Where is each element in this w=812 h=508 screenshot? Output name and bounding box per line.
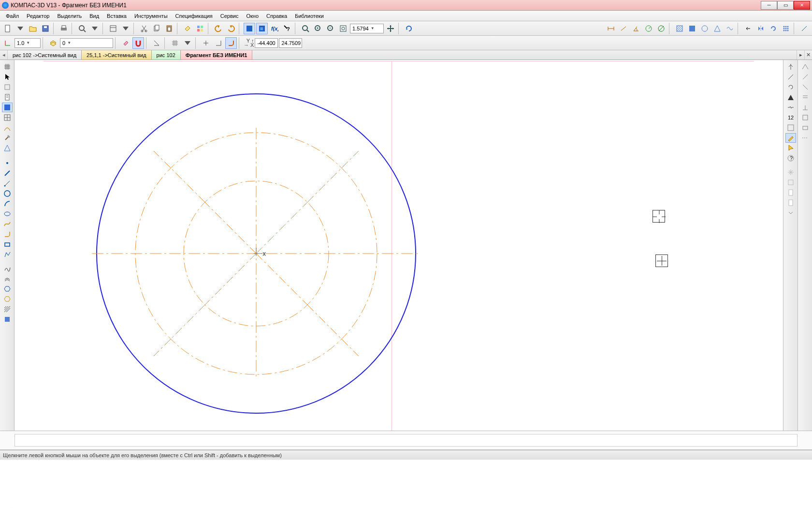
properties-button[interactable] bbox=[107, 23, 119, 34]
zoom-combo[interactable]: 1.5794▼ bbox=[350, 24, 384, 33]
tool-equidist-icon[interactable] bbox=[2, 274, 13, 284]
rtool-sheet-icon[interactable] bbox=[785, 188, 796, 197]
zoom-in-button[interactable] bbox=[312, 23, 324, 34]
tool-fillet-icon[interactable] bbox=[2, 229, 13, 239]
tool-rect-icon[interactable] bbox=[2, 239, 13, 249]
snap-magnet-button[interactable] bbox=[132, 37, 144, 49]
context-help-button[interactable]: ? bbox=[281, 23, 293, 34]
rtool-fill-icon[interactable] bbox=[785, 92, 796, 102]
pan-button[interactable] bbox=[385, 23, 396, 34]
menu-tools[interactable]: Инструменты bbox=[130, 12, 172, 20]
rtool2-place-icon[interactable] bbox=[800, 62, 811, 72]
zoom-out-button[interactable] bbox=[325, 23, 336, 34]
tool-arc-icon[interactable] bbox=[2, 199, 13, 209]
menu-service[interactable]: Сервис bbox=[217, 12, 243, 20]
redo-button[interactable] bbox=[225, 23, 237, 34]
rtool-collapse-icon[interactable] bbox=[785, 208, 796, 218]
menu-insert[interactable]: Вставка bbox=[103, 12, 130, 20]
rtool-rot-icon[interactable] bbox=[785, 82, 796, 92]
maximize-button[interactable]: ▭ bbox=[777, 1, 794, 10]
close-button[interactable]: ✕ bbox=[794, 1, 810, 10]
region-button[interactable] bbox=[686, 23, 698, 34]
rtool-brush-icon[interactable] bbox=[785, 178, 796, 187]
triangle-button[interactable] bbox=[711, 23, 723, 34]
tool-point-icon[interactable] bbox=[2, 158, 13, 168]
rtool-help-icon[interactable]: ? bbox=[785, 153, 796, 163]
tool-line-icon[interactable] bbox=[2, 168, 13, 178]
rtool-break-icon[interactable] bbox=[785, 103, 796, 112]
coord-x-field[interactable]: 24.7509 bbox=[279, 38, 302, 48]
tool-pointer-icon[interactable] bbox=[2, 72, 13, 82]
tool-contour-icon[interactable] bbox=[2, 264, 13, 273]
tool-hex2-icon[interactable] bbox=[2, 294, 13, 304]
rtool-pencil-icon[interactable] bbox=[785, 133, 796, 143]
doc-tab-1[interactable]: 25,1,1 ->Системный вид bbox=[82, 50, 152, 60]
styles-button[interactable] bbox=[194, 23, 206, 34]
save-button[interactable] bbox=[40, 23, 51, 34]
rtool-dim12-icon[interactable]: 12 bbox=[785, 113, 796, 122]
menu-view[interactable]: Вид bbox=[86, 12, 103, 20]
menu-help[interactable]: Справка bbox=[262, 12, 291, 20]
scale-combo[interactable]: 1.0▼ bbox=[14, 38, 41, 48]
rtool-explode-icon[interactable] bbox=[785, 167, 796, 177]
rtool-ortho-icon[interactable] bbox=[785, 62, 796, 72]
tool-grid-icon[interactable] bbox=[2, 62, 13, 72]
rtool2-perp-icon[interactable] bbox=[800, 103, 811, 112]
tool-circle-icon[interactable] bbox=[2, 189, 13, 198]
tool-active-icon[interactable] bbox=[2, 103, 13, 112]
rtool-sheet2-icon[interactable] bbox=[785, 198, 796, 208]
zoom-window-button[interactable] bbox=[300, 23, 311, 34]
minimize-button[interactable]: ─ bbox=[761, 1, 777, 10]
rtool-cursor2-icon[interactable] bbox=[785, 143, 796, 153]
open-button[interactable] bbox=[27, 23, 39, 34]
menu-select[interactable]: Выделить bbox=[53, 12, 86, 20]
preview-button[interactable] bbox=[76, 23, 88, 34]
rtool2-dash-icon[interactable] bbox=[800, 133, 811, 143]
eraser-button[interactable] bbox=[120, 37, 131, 49]
tool-poly-icon[interactable] bbox=[2, 250, 13, 259]
manager-button[interactable] bbox=[244, 23, 255, 34]
coord-y-field[interactable]: -44.400 bbox=[255, 38, 278, 48]
grid-array-button[interactable] bbox=[780, 23, 792, 34]
tool-spline-icon[interactable] bbox=[2, 219, 13, 229]
copy-button[interactable] bbox=[151, 23, 162, 34]
tool-hatch2-icon[interactable] bbox=[2, 304, 13, 314]
tool-ray-icon[interactable] bbox=[2, 179, 13, 188]
rtool-line-icon[interactable] bbox=[785, 72, 796, 82]
grid-dropdown[interactable] bbox=[182, 37, 193, 49]
tabs-scroll-right[interactable]: ▸ bbox=[797, 50, 804, 60]
angle-snap-button[interactable] bbox=[151, 37, 162, 49]
rtool2-bound-icon[interactable] bbox=[800, 123, 811, 133]
mirror-button[interactable] bbox=[755, 23, 767, 34]
tool-axe-icon[interactable] bbox=[2, 133, 13, 143]
menu-window[interactable]: Окно bbox=[242, 12, 262, 20]
new-button[interactable] bbox=[2, 23, 14, 34]
cut-button[interactable] bbox=[138, 23, 150, 34]
wave-button[interactable] bbox=[724, 23, 736, 34]
layer-combo[interactable]: 0▼ bbox=[60, 38, 113, 48]
undo-button[interactable] bbox=[213, 23, 224, 34]
viewport[interactable]: x bbox=[14, 60, 783, 431]
marker-2[interactable] bbox=[655, 254, 668, 267]
marker-1[interactable] bbox=[652, 210, 665, 223]
properties-dropdown[interactable] bbox=[120, 23, 131, 34]
zoom-fit-button[interactable] bbox=[337, 23, 349, 34]
print-button[interactable] bbox=[58, 23, 70, 34]
rtool2-move-icon[interactable] bbox=[800, 72, 811, 82]
doc-tab-0[interactable]: рис 102 ->Системный вид bbox=[8, 50, 82, 60]
ortho-button[interactable] bbox=[200, 37, 212, 49]
variables-button[interactable]: ≡ bbox=[256, 23, 268, 34]
dim-diameter-button[interactable] bbox=[655, 23, 667, 34]
tool-triangle-icon[interactable] bbox=[2, 143, 13, 153]
refresh-button[interactable] bbox=[403, 23, 415, 34]
tool-curve-icon[interactable] bbox=[2, 123, 13, 133]
menu-specification[interactable]: Спецификация bbox=[172, 12, 217, 20]
doc-tab-2[interactable]: рис 102 bbox=[152, 50, 181, 60]
menu-editor[interactable]: Редактор bbox=[23, 12, 53, 20]
fx-button[interactable]: f(x) bbox=[269, 23, 280, 34]
tool-doc-icon[interactable] bbox=[2, 92, 13, 102]
rtool2-tab-icon[interactable] bbox=[800, 113, 811, 122]
ortho-r-button[interactable] bbox=[213, 37, 224, 49]
arrow-left-button[interactable] bbox=[742, 23, 754, 34]
dim-linear-button[interactable] bbox=[605, 23, 617, 34]
